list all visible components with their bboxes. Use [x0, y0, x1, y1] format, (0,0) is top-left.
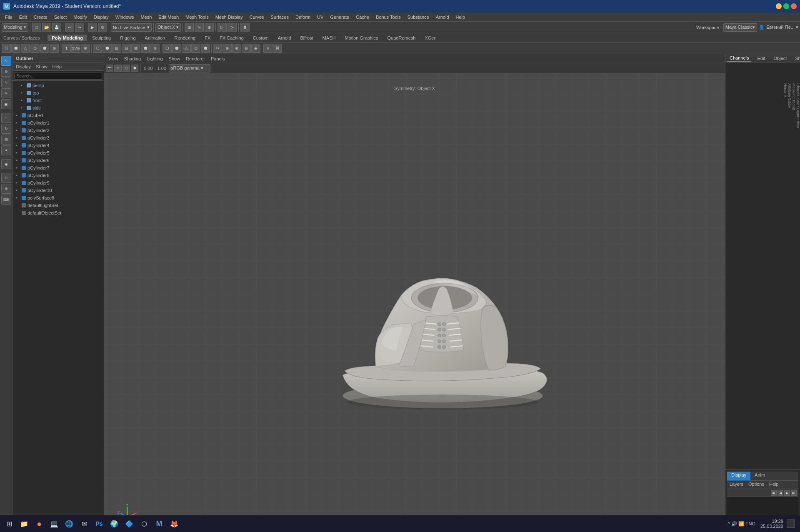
outliner-show-menu[interactable]: Show — [34, 64, 49, 69]
select-manip-tool[interactable]: ⊕ — [1, 67, 11, 77]
nav-prev-prev[interactable]: ⏮ — [771, 490, 777, 496]
browser-btn2[interactable]: 🌍 — [107, 516, 122, 531]
menu-mesh-display[interactable]: Mesh Display — [212, 14, 246, 20]
object-dropdown[interactable]: Object X ▾ — [155, 23, 181, 32]
outliner-item-front[interactable]: ▸front — [12, 97, 104, 104]
vp-wireframe-btn[interactable]: ⊞ — [114, 65, 122, 72]
rotate-tool[interactable]: ↻ — [1, 124, 11, 134]
save-file-btn[interactable]: 💾 — [52, 23, 61, 32]
module-tab-arnold[interactable]: Arnold — [274, 35, 295, 41]
menu-cache[interactable]: Cache — [352, 14, 372, 20]
window-controls[interactable] — [776, 3, 797, 9]
undo-btn[interactable]: ↩ — [65, 23, 74, 32]
mesh-op-7[interactable]: ⊛ — [150, 44, 160, 53]
edit-op-1[interactable]: ✂ — [213, 44, 222, 53]
outliner-item-pCylinder4[interactable]: ▸pCylinder4 — [12, 142, 104, 149]
menu-edit-mesh[interactable]: Edit Mesh — [155, 14, 182, 20]
paint-tool[interactable]: ✏ — [1, 88, 11, 98]
close-button[interactable] — [791, 3, 797, 9]
redo-btn[interactable]: ↪ — [75, 23, 84, 32]
module-tab-mash[interactable]: MASH — [318, 35, 340, 41]
soft-select[interactable]: ◉ — [1, 159, 11, 169]
new-file-btn[interactable]: □ — [32, 23, 41, 32]
menu-surfaces[interactable]: Surfaces — [268, 14, 292, 20]
outliner-item-pCylinder3[interactable]: ▸pCylinder3 — [12, 134, 104, 142]
layers-item[interactable]: Layers — [727, 481, 746, 489]
menu-modify[interactable]: Modify — [70, 14, 90, 20]
menu-file[interactable]: File — [2, 14, 16, 20]
outliner-item-pCylinder10[interactable]: ▸pCylinder10 — [12, 187, 104, 194]
outliner-item-pCylinder8[interactable]: ▸pCylinder8 — [12, 172, 104, 179]
maya-btn[interactable]: M — [152, 516, 167, 531]
module-tab-fx[interactable]: FX — [200, 35, 215, 41]
render-btn[interactable]: ▷ — [218, 23, 227, 32]
lasso-btn[interactable]: ⊙ — [98, 23, 107, 32]
attr-manip[interactable]: ⊚ — [1, 184, 11, 194]
module-tab-bifrost[interactable]: Bifrost — [296, 35, 318, 41]
nav-prev[interactable]: ◀ — [778, 490, 783, 496]
outliner-item-pCylinder6[interactable]: ▸pCylinder6 — [12, 157, 104, 164]
comp-op-5[interactable]: ⬟ — [201, 44, 210, 53]
vp-view-menu[interactable]: View — [106, 55, 121, 62]
channels-tab[interactable]: Channels — [727, 55, 751, 62]
vp-lighting-menu[interactable]: Lighting — [144, 55, 165, 62]
edit-op-3[interactable]: ⊗ — [232, 44, 241, 53]
universal-manip[interactable]: ✦ — [1, 145, 11, 155]
outliner-item-polySurface8[interactable]: ▸polySurface8 — [12, 194, 104, 202]
snap-curve-btn[interactable]: ∿ — [195, 23, 204, 32]
snap-tool[interactable]: ▣ — [1, 99, 11, 109]
ipr-btn[interactable]: ⊳ — [228, 23, 237, 32]
menu-windows[interactable]: Windows — [112, 14, 138, 20]
module-tab-custom[interactable]: Custom — [249, 35, 273, 41]
show-manip[interactable]: ⊙ — [1, 173, 11, 183]
outliner-display-menu[interactable]: Display — [14, 64, 32, 69]
lasso-tool[interactable]: ∿ — [1, 77, 11, 87]
vp-show-menu[interactable]: Show — [166, 55, 183, 62]
module-tab-poly-modeling[interactable]: Poly Modeling — [48, 35, 87, 41]
scale-tool[interactable]: ⊞ — [1, 135, 11, 145]
mesh-op-3[interactable]: ⊞ — [112, 44, 121, 53]
menu-generate[interactable]: Generate — [327, 14, 352, 20]
pause-btn[interactable]: ⏸ — [240, 23, 250, 32]
outliner-item-defaultObjectSet[interactable]: defaultObjectSet — [12, 209, 104, 217]
open-file-btn[interactable]: 📂 — [42, 23, 51, 32]
menu-arnold[interactable]: Arnold — [432, 14, 452, 20]
options-item[interactable]: Options — [746, 481, 767, 489]
unknown-btn1[interactable]: 🔷 — [122, 516, 137, 531]
menu-substance[interactable]: Substance — [404, 14, 432, 20]
vp-camera-btn[interactable]: 📷 — [106, 65, 113, 72]
deform-op-1[interactable]: ⎌ — [263, 44, 272, 53]
poly-tool-3[interactable]: △ — [21, 44, 30, 53]
viewport-3d[interactable]: Symmetry: Object X — [104, 73, 725, 532]
menu-uv[interactable]: UV — [314, 14, 327, 20]
module-tab-sculpting[interactable]: Sculpting — [88, 35, 115, 41]
outliner-item-pCylinder5[interactable]: ▸pCylinder5 — [12, 149, 104, 157]
firefox-btn[interactable]: 🦊 — [167, 516, 182, 531]
outliner-item-side[interactable]: ▸side — [12, 104, 104, 112]
snap-grid-btn[interactable]: ⊞ — [185, 23, 194, 32]
outliner-help-menu[interactable]: Help — [51, 64, 64, 69]
module-tab-xgen[interactable]: XGen — [420, 35, 440, 41]
ps-btn[interactable]: Ps — [92, 516, 107, 531]
module-tab-quadremesh[interactable]: QuadRemesh — [383, 35, 420, 41]
outliner-item-defaultLightSet[interactable]: defaultLightSet — [12, 202, 104, 209]
transform-1[interactable]: ⊕ — [81, 44, 90, 53]
mesh-op-4[interactable]: ⊟ — [122, 44, 131, 53]
menu-create[interactable]: Create — [30, 14, 51, 20]
poly-tool-1[interactable]: ⬡ — [2, 44, 11, 53]
blender-btn[interactable]: ⬡ — [137, 516, 152, 531]
comp-op-3[interactable]: △ — [182, 44, 191, 53]
outliner-item-persp[interactable]: ▸persp — [12, 82, 104, 89]
module-tab-rigging[interactable]: Rigging — [116, 35, 140, 41]
outliner-item-top[interactable]: ▸top — [12, 89, 104, 97]
poly-tool-6[interactable]: ⊛ — [50, 44, 59, 53]
poly-tool-2[interactable]: ⬢ — [11, 44, 20, 53]
menu-select[interactable]: Select — [51, 14, 70, 20]
menu-bonus-tools[interactable]: Bonus Tools — [372, 14, 404, 20]
vp-textured-btn[interactable]: ⬢ — [131, 65, 138, 72]
mesh-op-5[interactable]: ⊠ — [131, 44, 140, 53]
module-tab-animation[interactable]: Animation — [141, 35, 170, 41]
computer-btn[interactable]: 💻 — [47, 516, 62, 531]
comp-op-2[interactable]: ⬢ — [172, 44, 181, 53]
poly-tool-4[interactable]: ⊙ — [30, 44, 40, 53]
